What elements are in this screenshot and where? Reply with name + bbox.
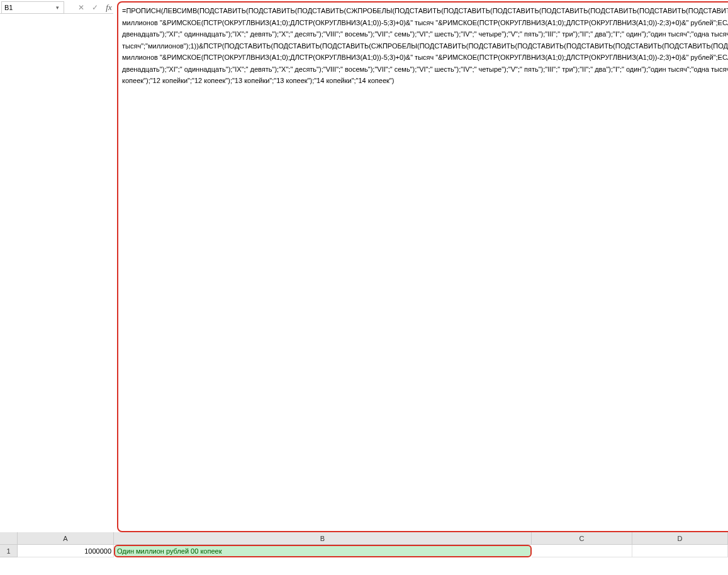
col-header-a[interactable]: A	[18, 532, 114, 545]
cell-a1[interactable]: 1000000	[18, 545, 114, 557]
col-header-c[interactable]: C	[532, 532, 632, 545]
confirm-icon[interactable]: ✓	[91, 3, 99, 12]
col-header-d[interactable]: D	[632, 532, 728, 545]
cell-c1[interactable]	[532, 545, 632, 557]
name-box[interactable]: B1 ▾	[1, 1, 64, 14]
row-header-1[interactable]: 1	[0, 545, 18, 557]
cell-d1[interactable]	[632, 545, 728, 557]
row-1: 1 1000000 Один миллион рублей 00 копеек	[0, 545, 728, 557]
formula-bar-input[interactable]: =ПРОПИСН(ЛЕВСИМВ(ПОДСТАВИТЬ(ПОДСТАВИТЬ(П…	[117, 1, 728, 532]
select-all-corner[interactable]	[0, 532, 18, 545]
chevron-down-icon[interactable]: ▾	[56, 5, 61, 10]
col-header-b[interactable]: B	[114, 532, 532, 545]
fx-icon[interactable]: fx	[104, 3, 113, 12]
spreadsheet-grid: A B C D 1 1000000 Один миллион рублей 00…	[0, 532, 728, 557]
formula-bar-row: B1 ▾ ✕ ✓ fx =ПРОПИСН(ЛЕВСИМВ(ПОДСТАВИТЬ(…	[0, 0, 728, 532]
cancel-icon[interactable]: ✕	[77, 3, 86, 12]
column-headers-row: A B C D	[0, 532, 728, 545]
name-box-value: B1	[4, 4, 56, 11]
cell-b1[interactable]: Один миллион рублей 00 копеек	[114, 545, 532, 557]
